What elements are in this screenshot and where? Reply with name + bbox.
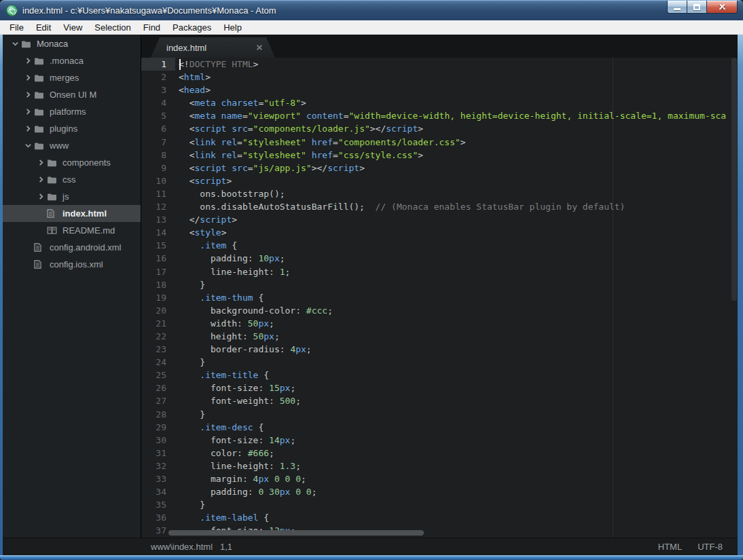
- code-text: <meta charset="utf-8">: [175, 96, 738, 109]
- folder-icon: [34, 125, 48, 133]
- chevron-right-icon: [38, 193, 44, 200]
- folder-icon: [34, 108, 48, 116]
- folder-icon: [21, 40, 35, 48]
- line-number: 5: [141, 109, 175, 122]
- menu-view[interactable]: View: [57, 21, 88, 34]
- line-number: 28: [141, 408, 175, 421]
- vertical-scrollbar-thumb[interactable]: [731, 58, 737, 301]
- tree-item-components[interactable]: components: [3, 154, 141, 171]
- chevron-slot: [22, 143, 34, 149]
- maximize-button[interactable]: [687, 1, 707, 14]
- chevron-right-icon: [25, 126, 31, 132]
- line-number: 6: [141, 122, 175, 135]
- tree-item-index-html[interactable]: index.html: [3, 205, 141, 222]
- code-text: <link rel="stylesheet" href="css/style.c…: [175, 149, 738, 162]
- code-text: margin: 4px 0 0 0;: [175, 472, 738, 485]
- code-text: .item-thum {: [175, 291, 738, 304]
- code-line: 14 <style>: [141, 226, 738, 239]
- code-line: 26 font-size: 15px;: [141, 381, 738, 394]
- chevron-right-icon: [25, 75, 31, 81]
- menu-edit[interactable]: Edit: [30, 21, 57, 34]
- tree-item-plugins[interactable]: plugins: [3, 120, 141, 137]
- code-text: ons.bootstrap();: [175, 187, 738, 200]
- code-text: width: 50px;: [175, 317, 738, 330]
- menu-selection[interactable]: Selection: [88, 21, 137, 34]
- horizontal-scrollbar[interactable]: [168, 530, 424, 536]
- tree-item-label: js: [62, 191, 69, 202]
- code-line: 35 }: [141, 498, 738, 511]
- code-line: 25 .item-title {: [141, 369, 738, 381]
- code-line: 24 }: [141, 356, 738, 369]
- chevron-right-icon: [25, 109, 31, 115]
- tree-item-config-android-xml[interactable]: config.android.xml: [3, 239, 141, 256]
- code-line: 12 ons.disableAutoStatusBarFill(); // (M…: [141, 200, 738, 213]
- code-text: <html>: [175, 71, 738, 83]
- tab-label: index.html: [151, 43, 206, 53]
- code-line: 30 font-size: 14px;: [141, 434, 738, 447]
- code-text: line-height: 1.3;: [175, 460, 738, 472]
- code-text: padding: 10px;: [175, 252, 738, 265]
- line-number: 2: [141, 71, 175, 83]
- code-line: 8 <link rel="stylesheet" href="css/style…: [141, 149, 738, 162]
- tree-item-label: config.android.xml: [50, 242, 122, 253]
- tree-item-monaca[interactable]: Monaca: [3, 35, 141, 52]
- tree-item-onsen-ui-m[interactable]: Onsen UI M: [3, 86, 141, 103]
- tree-item-platforms[interactable]: platforms: [3, 103, 141, 120]
- menu-file[interactable]: File: [3, 21, 30, 34]
- code-line: 34 padding: 0 30px 0 0;: [141, 485, 738, 498]
- chevron-slot: [22, 58, 34, 64]
- line-number: 33: [141, 472, 175, 485]
- tree-item-js[interactable]: js: [3, 188, 141, 205]
- line-number: 18: [141, 278, 175, 291]
- code-text: color: #666;: [175, 447, 738, 460]
- line-number: 34: [141, 485, 175, 498]
- code-line: 28 }: [141, 408, 738, 421]
- code-line: 18 }: [141, 278, 738, 291]
- minimize-button[interactable]: [667, 1, 687, 14]
- tab-index-html[interactable]: index.html: [151, 37, 275, 58]
- code-text: <meta name="viewport" content="width=dev…: [175, 109, 738, 122]
- status-encoding[interactable]: UTF-8: [697, 542, 723, 552]
- line-number: 21: [141, 317, 175, 330]
- tree-item-css[interactable]: css: [3, 171, 141, 188]
- tree-item-label: merges: [50, 73, 79, 83]
- folder-icon: [47, 193, 61, 201]
- line-number: 35: [141, 498, 175, 511]
- tree-item-label: components: [62, 157, 111, 168]
- chevron-right-icon: [25, 92, 31, 98]
- code-text: .item-desc {: [175, 421, 738, 434]
- code-text: }: [175, 408, 738, 421]
- menu-packages[interactable]: Packages: [166, 21, 217, 34]
- line-number: 12: [141, 200, 175, 213]
- chevron-right-icon: [25, 58, 31, 64]
- tab-close-icon[interactable]: [255, 43, 264, 52]
- tree-item-www[interactable]: www: [3, 137, 141, 154]
- text-cursor: [179, 59, 181, 70]
- vertical-scrollbar-track[interactable]: [731, 58, 737, 538]
- window-border-right: [738, 35, 743, 555]
- menu-find[interactable]: Find: [137, 21, 166, 34]
- line-number: 7: [141, 136, 175, 149]
- status-language[interactable]: HTML: [658, 542, 682, 552]
- tree-item-merges[interactable]: merges: [3, 69, 141, 86]
- line-number: 3: [141, 83, 175, 96]
- code-text: ons.disableAutoStatusBarFill(); // (Mona…: [175, 200, 738, 213]
- tree-item-config-ios-xml[interactable]: config.ios.xml: [3, 256, 141, 273]
- chevron-slot: [9, 41, 21, 47]
- menu-help[interactable]: Help: [217, 21, 248, 34]
- line-number: 8: [141, 149, 175, 162]
- tree-item-monaca[interactable]: .monaca: [3, 52, 141, 69]
- close-button[interactable]: [707, 1, 738, 14]
- line-number: 17: [141, 265, 175, 278]
- tree-item-readme-md[interactable]: README.md: [3, 222, 141, 239]
- chevron-slot: [22, 109, 34, 115]
- window-border-bottom: [0, 555, 743, 560]
- code-line: 5 <meta name="viewport" content="width=d…: [141, 109, 738, 122]
- line-number: 20: [141, 304, 175, 317]
- text-editor[interactable]: 1<!DOCTYPE HTML>2<html>3<head>4 <meta ch…: [141, 58, 738, 538]
- code-text: font-size: 15px;: [175, 381, 738, 394]
- title-bar[interactable]: index.html - c:¥Users¥nakatsugawa¥Docume…: [0, 0, 743, 20]
- code-text: <!DOCTYPE HTML>: [175, 58, 738, 71]
- file-icon: [34, 260, 48, 269]
- status-cursor-position[interactable]: 1,1: [220, 542, 232, 552]
